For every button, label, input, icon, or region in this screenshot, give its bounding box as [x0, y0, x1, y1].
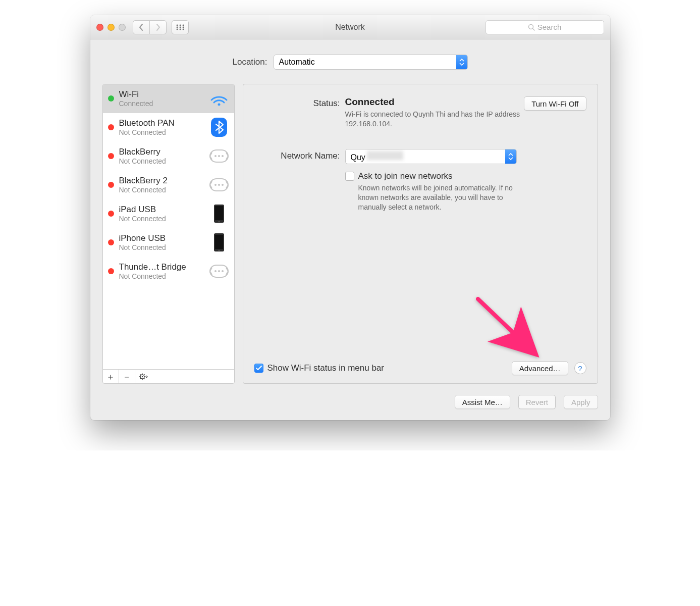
svg-rect-25 — [215, 235, 223, 249]
generic-icon — [209, 261, 229, 281]
status-dot-icon — [108, 124, 114, 130]
interface-name: Bluetooth PAN — [119, 118, 209, 128]
toggle-wifi-button[interactable]: Turn Wi-Fi Off — [524, 96, 586, 111]
status-dot-icon — [108, 95, 114, 102]
svg-point-0 — [176, 24, 178, 26]
interface-name: Thunde…t Bridge — [119, 262, 209, 272]
interfaces-list[interactable]: Wi-FiConnectedBluetooth PANNot Connected… — [103, 84, 234, 369]
generic-icon — [209, 146, 229, 166]
status-value: Connected — [345, 96, 524, 108]
window-controls — [96, 24, 126, 31]
svg-point-4 — [179, 26, 181, 28]
interface-status: Not Connected — [119, 186, 209, 194]
advanced-button[interactable]: Advanced… — [512, 361, 568, 375]
svg-point-30 — [222, 270, 224, 272]
svg-line-40 — [140, 378, 141, 379]
svg-point-29 — [218, 270, 220, 272]
sidebar-footer: ＋ － — [103, 369, 234, 383]
interface-status: Not Connected — [119, 243, 209, 251]
sidebar-item-wi-fi[interactable]: Wi-FiConnected — [103, 84, 234, 113]
sidebar-item-blackberry[interactable]: BlackBerryNot Connected — [103, 142, 234, 171]
back-button[interactable] — [133, 20, 150, 34]
interface-settings-button[interactable] — [135, 370, 151, 383]
revert-button[interactable]: Revert — [518, 395, 556, 409]
show-all-button[interactable] — [172, 20, 189, 34]
zoom-icon[interactable] — [119, 24, 126, 31]
chevron-right-icon — [155, 24, 160, 31]
gear-icon — [139, 373, 148, 380]
show-status-checkbox[interactable] — [254, 364, 263, 373]
svg-rect-22 — [215, 206, 223, 220]
check-icon — [256, 366, 262, 371]
svg-point-1 — [179, 24, 181, 26]
chevron-left-icon — [139, 24, 144, 31]
assist-me-button[interactable]: Assist Me… — [455, 395, 510, 409]
interface-status: Not Connected — [119, 215, 209, 223]
status-dot-icon — [108, 239, 114, 245]
nav-buttons — [133, 20, 167, 34]
add-interface-button[interactable]: ＋ — [103, 370, 119, 383]
minimize-icon[interactable] — [107, 24, 115, 31]
location-row: Location: Automatic — [102, 55, 598, 70]
window-footer: Assist Me… Revert Apply — [102, 395, 598, 409]
interface-name: iPhone USB — [119, 233, 209, 243]
svg-point-18 — [214, 184, 217, 186]
svg-line-41 — [478, 299, 533, 352]
annotation-arrow-icon — [475, 296, 546, 364]
svg-point-2 — [182, 24, 184, 26]
bluetooth-icon — [209, 117, 229, 137]
svg-point-19 — [218, 184, 220, 186]
location-value: Automatic — [279, 58, 456, 67]
location-label: Location: — [233, 57, 267, 67]
network-preferences-window: Network Search Location: Automatic Wi-Fi… — [90, 15, 610, 420]
close-icon[interactable] — [96, 24, 103, 31]
interface-details-panel: Status: Connected Wi-Fi is connected to … — [243, 84, 598, 384]
svg-point-32 — [141, 376, 142, 377]
apply-button[interactable]: Apply — [564, 395, 598, 409]
svg-line-37 — [140, 374, 141, 375]
search-input[interactable]: Search — [486, 20, 604, 34]
device-icon — [209, 232, 229, 252]
status-dot-icon — [108, 211, 114, 217]
dropdown-stepper-icon — [456, 55, 467, 69]
network-name-label: Network Name: — [254, 149, 345, 161]
ask-to-join-label: Ask to join new networks — [358, 171, 453, 181]
svg-point-26 — [218, 250, 220, 251]
sidebar-item-iphone-usb[interactable]: iPhone USBNot Connected — [103, 228, 234, 257]
apps-grid-icon — [176, 24, 184, 30]
svg-point-20 — [222, 184, 224, 186]
wifi-icon — [209, 88, 229, 109]
svg-point-28 — [214, 270, 217, 272]
window-titlebar: Network Search — [90, 15, 610, 39]
sidebar-item-thunde-t-bridge[interactable]: Thunde…t BridgeNot Connected — [103, 257, 234, 286]
svg-point-8 — [182, 28, 184, 30]
svg-point-5 — [182, 26, 184, 28]
search-placeholder: Search — [537, 23, 562, 31]
interface-name: BlackBerry — [119, 147, 209, 157]
network-name-value: Quy — [351, 151, 505, 162]
location-select[interactable]: Automatic — [274, 55, 468, 70]
sidebar-item-blackberry-2[interactable]: BlackBerry 2Not Connected — [103, 171, 234, 199]
svg-line-38 — [144, 378, 145, 379]
interface-status: Not Connected — [119, 272, 209, 280]
status-dot-icon — [108, 182, 114, 188]
status-dot-icon — [108, 153, 114, 159]
interface-name: iPad USB — [119, 205, 209, 215]
status-dot-icon — [108, 268, 114, 274]
sidebar-item-bluetooth-pan[interactable]: Bluetooth PANNot Connected — [103, 113, 234, 142]
forward-button[interactable] — [149, 20, 167, 34]
device-icon — [209, 204, 229, 224]
ask-to-join-checkbox[interactable] — [345, 172, 354, 181]
sidebar-item-ipad-usb[interactable]: iPad USBNot Connected — [103, 199, 234, 228]
help-button[interactable]: ? — [574, 362, 586, 374]
svg-point-3 — [176, 26, 178, 28]
network-name-select[interactable]: Quy — [345, 149, 517, 164]
svg-line-39 — [144, 374, 145, 375]
status-label: Status: — [254, 96, 345, 109]
redacted-name — [367, 151, 403, 160]
remove-interface-button[interactable]: － — [119, 370, 135, 383]
interface-name: Wi-Fi — [119, 89, 209, 99]
svg-point-16 — [222, 155, 224, 157]
generic-icon — [209, 175, 229, 195]
status-hint: Wi-Fi is connected to Quynh Thi and has … — [345, 110, 524, 129]
